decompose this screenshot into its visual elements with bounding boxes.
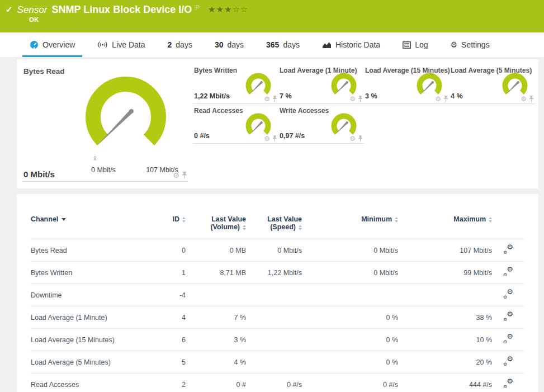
channels-panel: Channel ID Last Value (Volume) Last Valu… — [17, 194, 538, 392]
cell-id: 2 — [145, 374, 186, 392]
cell-channel: Downtime — [31, 284, 145, 306]
log-icon — [403, 41, 411, 49]
sort-icon — [243, 225, 246, 230]
tab-2-days[interactable]: 2 days — [160, 32, 200, 57]
gauge-current-value: 3 % — [365, 92, 377, 100]
sort-desc-icon — [62, 218, 66, 221]
tile-gear-icon[interactable]: ⚙ — [521, 96, 527, 102]
tile-pin-icon[interactable] — [529, 96, 534, 102]
cell-volume: 0 MB — [186, 239, 246, 262]
gauges-panel: Bytes Read x̄ 0 Mbit/s 107 Mbit/s 0 Mbit… — [17, 59, 538, 188]
channel-settings-icon[interactable]: ⚙⚙ — [503, 290, 513, 299]
header-last-value-speed[interactable]: Last Value (Speed) — [246, 211, 302, 239]
gauge-tile-bytes-written[interactable]: Bytes Written 1,22 Mbit/s ⚙ — [193, 64, 278, 104]
cell-max: 38 % — [398, 306, 492, 329]
gauge-tile-load-average-5min[interactable]: Load Average (5 Minutes) 4 % ⚙ — [450, 64, 535, 104]
tab-settings[interactable]: ⚙ Settings — [443, 32, 496, 57]
tab-day-count: 365 — [266, 40, 279, 49]
cell-min: 0 % — [302, 306, 398, 329]
gauge-current-value: 0,97 #/s — [280, 132, 305, 140]
tab-label: Settings — [461, 40, 490, 49]
gauge-tile-write-accesses[interactable]: Write Accesses 0,97 #/s ⚙ — [278, 104, 364, 144]
channel-settings-icon[interactable]: ⚙⚙ — [503, 267, 513, 276]
channel-settings-icon[interactable]: ⚙⚙ — [503, 357, 513, 366]
small-gauge — [240, 112, 276, 138]
sensor-title: SNMP Linux Block Device I/O — [51, 4, 192, 16]
header-label: Maximum — [453, 215, 486, 223]
tile-gear-icon[interactable]: ⚙ — [349, 96, 356, 102]
flag-icon[interactable]: ⚐ — [195, 4, 200, 11]
tab-overview[interactable]: Overview — [22, 32, 82, 57]
broadcast-icon — [97, 41, 108, 49]
gauge-current-value: 0 #/s — [194, 132, 210, 140]
bytes-read-gauge: x̄ — [70, 67, 182, 170]
priority-stars[interactable]: ★★★☆☆ — [208, 4, 248, 15]
table-row: Load Average (15 Minutes) 6 3 % 0 % 10 %… — [31, 329, 524, 351]
tab-label: days — [283, 40, 300, 49]
gauge-tile-load-average-1min[interactable]: Load Average (1 Minute) 7 % ⚙ — [278, 64, 364, 104]
cell-volume: 8,71 MB — [186, 262, 246, 284]
tab-30-days[interactable]: 30 days — [207, 32, 251, 57]
cell-id: 4 — [145, 306, 186, 329]
tile-pin-icon[interactable] — [272, 96, 277, 102]
gauge-title: Write Accesses — [280, 107, 329, 115]
header-label: Last Value — [246, 215, 302, 223]
small-gauge — [326, 112, 362, 138]
tile-gear-icon[interactable]: ⚙ — [264, 96, 270, 102]
gauge-tile-load-average-15min[interactable]: Load Average (15 Minutes) 3 % ⚙ — [364, 64, 450, 104]
header-last-value-volume[interactable]: Last Value (Volume) — [186, 211, 246, 239]
cell-volume: 3 % — [186, 329, 246, 351]
tile-gear-icon[interactable]: ⚙ — [349, 135, 356, 142]
tab-log[interactable]: Log — [395, 32, 435, 57]
cell-channel: Load Average (15 Minutes) — [31, 329, 145, 351]
cell-max: 99 Mbit/s — [398, 262, 492, 284]
tab-label: Live Data — [112, 40, 145, 49]
gauge-title: Load Average (15 Minutes) — [365, 67, 450, 74]
gauge-title: Read Accesses — [194, 107, 243, 115]
cell-id: 0 — [145, 239, 186, 262]
cell-id: 1 — [145, 262, 186, 284]
gauge-title: Bytes Read — [23, 67, 65, 75]
header-channel[interactable]: Channel — [31, 211, 145, 239]
header-maximum[interactable]: Maximum — [398, 211, 492, 239]
tab-365-days[interactable]: 365 days — [259, 32, 307, 57]
gauge-tile-read-accesses[interactable]: Read Accesses 0 #/s ⚙ — [193, 104, 278, 144]
gauge-title: Load Average (5 Minutes) — [451, 67, 532, 74]
cell-min: 0 Mbit/s — [302, 262, 398, 284]
small-gauge — [240, 72, 276, 97]
gauge-tile-bytes-read[interactable]: Bytes Read x̄ 0 Mbit/s 107 Mbit/s 0 Mbit… — [22, 64, 188, 182]
cell-volume: 4 % — [186, 351, 246, 374]
header-minimum[interactable]: Minimum — [302, 211, 398, 239]
tile-pin-icon[interactable] — [358, 135, 363, 142]
cell-speed: 0 Mbit/s — [246, 239, 302, 262]
tile-pin-icon[interactable] — [272, 135, 277, 142]
tab-label: Overview — [42, 40, 75, 49]
channel-settings-icon[interactable]: ⚙⚙ — [503, 334, 513, 343]
cell-max: 107 Mbit/s — [398, 239, 492, 262]
tile-pin-icon[interactable] — [182, 172, 187, 179]
table-row: Read Accesses 2 0 # 0 #/s 0 #/s 444 #/s … — [31, 374, 524, 392]
tab-historic-data[interactable]: Historic Data — [315, 32, 387, 57]
channel-settings-icon[interactable]: ⚙⚙ — [503, 312, 513, 321]
cell-id: -4 — [145, 284, 186, 306]
tile-pin-icon[interactable] — [358, 96, 363, 102]
cell-channel: Read Accesses — [31, 374, 145, 392]
channel-settings-icon[interactable]: ⚙⚙ — [503, 379, 513, 388]
sort-icon — [182, 217, 186, 223]
cell-max: 10 % — [398, 329, 492, 351]
header-id[interactable]: ID — [145, 211, 186, 239]
cell-speed: 0 #/s — [246, 374, 302, 392]
tile-gear-icon[interactable]: ⚙ — [264, 135, 270, 142]
small-gauges-grid: Bytes Written 1,22 Mbit/s ⚙ Load Average… — [193, 64, 535, 144]
tile-gear-icon[interactable]: ⚙ — [173, 172, 179, 179]
tab-day-count: 2 — [168, 40, 172, 49]
ok-check-icon: ✓ — [6, 4, 13, 15]
tab-live-data[interactable]: Live Data — [90, 32, 152, 57]
header-label: ID — [173, 215, 180, 223]
tile-gear-icon[interactable]: ⚙ — [435, 96, 441, 102]
cell-speed — [246, 351, 302, 374]
channel-settings-icon[interactable]: ⚙⚙ — [503, 245, 513, 254]
tile-pin-icon[interactable] — [443, 96, 448, 102]
tab-label: days — [176, 40, 192, 49]
cell-min: 0 #/s — [302, 374, 398, 392]
